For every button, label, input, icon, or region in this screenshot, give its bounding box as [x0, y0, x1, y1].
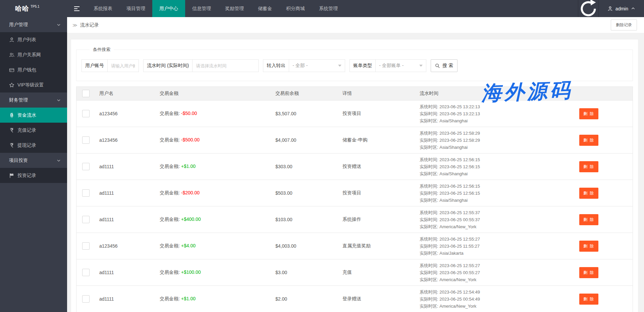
delete-records-button[interactable]: 删除记录	[611, 19, 637, 30]
cell-username: ad1111	[95, 164, 156, 169]
type-select[interactable]: - 全部账单 -	[376, 60, 426, 72]
topbar-menu-item[interactable]: 信息管理	[185, 0, 218, 17]
time-line: 实际时区: Asia/Shanghai	[420, 170, 570, 177]
select-all-checkbox[interactable]	[82, 90, 90, 97]
cell-amount: 交易金额: +$4.00	[156, 243, 271, 249]
breadcrumb-icon: ≫	[72, 22, 77, 28]
search-row: 用户账号 流水时间 (实际时间) 转入转出 - 全部 - 账单类型	[82, 59, 628, 72]
topbar-menu-item[interactable]: 奖励管理	[218, 0, 251, 17]
header-username: 用户名	[95, 90, 156, 97]
header-amount: 交易金额	[156, 90, 271, 97]
sidebar-group-label: 用户管理	[9, 22, 56, 28]
cell-detail: 登录赠送	[338, 296, 416, 302]
row-checkbox[interactable]	[82, 269, 90, 276]
row-checkbox[interactable]	[82, 216, 90, 223]
cell-balance: $3.00	[271, 270, 338, 275]
cell-balance: $4,003.00	[271, 243, 338, 249]
cell-username: a123456	[95, 111, 156, 116]
sidebar-item[interactable]: 用户钱包	[0, 62, 67, 77]
table-body: a123456 交易金额: -$50.00 $3,507.00 投资项目 系统时…	[76, 100, 633, 312]
header-balance: 交易前余额	[271, 90, 338, 97]
row-delete-button[interactable]: 删 除	[579, 294, 598, 305]
row-delete-button[interactable]: 删 除	[579, 214, 598, 225]
sidebar-group-title[interactable]: 项目投资	[0, 153, 67, 168]
direction-select-value: - 全部 -	[292, 63, 308, 69]
cell-amount: 交易金额: +$400.00	[156, 216, 271, 223]
bitcoin-icon: B	[9, 113, 14, 118]
row-delete-button[interactable]: 删 除	[579, 241, 598, 252]
cell-time: 系统时间: 2023-06-25 12:56:15实际时间: 2023-06-2…	[416, 183, 570, 204]
cell-time: 系统时间: 2023-06-25 12:55:27实际时间: 2023-06-2…	[416, 236, 570, 257]
cell-username: a123456	[95, 137, 156, 143]
topbar-menu-item[interactable]: 积分商城	[279, 0, 312, 17]
direction-field-group: 转入转出 - 全部 -	[263, 59, 345, 72]
breadcrumb-bar: ≫ 流水记录 删除记录	[67, 17, 644, 33]
topbar-menu-item[interactable]: 项目管理	[119, 0, 152, 17]
sidebar-item[interactable]: VIP等级设置	[0, 77, 67, 92]
menu-collapse-icon[interactable]	[67, 0, 87, 17]
cell-balance: $3,507.00	[271, 111, 338, 116]
sidebar-group-label: 项目投资	[9, 158, 56, 164]
row-checkbox[interactable]	[82, 295, 90, 303]
time-input[interactable]	[193, 60, 258, 72]
time-line: 实际时区: Asia/Shanghai	[420, 144, 570, 151]
row-delete-button[interactable]: 删 除	[579, 267, 598, 278]
sidebar-submenu: 用户列表用户关系网用户钱包VIP等级设置	[0, 32, 67, 92]
time-line: 系统时间: 2023-06-25 12:55:27	[420, 236, 570, 243]
cell-username: ad1111	[95, 190, 156, 196]
topbar-menu-item[interactable]: 用户中心	[152, 0, 185, 17]
page-title: 流水记录	[80, 22, 99, 28]
cell-detail: 储蓄金-申购	[338, 137, 416, 143]
row-checkbox[interactable]	[82, 189, 90, 197]
account-field-group: 用户账号	[82, 59, 139, 72]
user-menu[interactable]: admin	[599, 0, 644, 17]
wallet-icon	[9, 67, 14, 73]
topbar-menu-item[interactable]: 储蓄金	[251, 0, 279, 17]
sidebar-item[interactable]: 投资记录	[0, 168, 67, 183]
sidebar-group-title[interactable]: 财务管理	[0, 92, 67, 108]
topbar-menu-item[interactable]: 系统管理	[312, 0, 345, 17]
time-line: 实际时区: Asia/Shanghai	[420, 197, 570, 204]
row-delete-button[interactable]: 删 除	[579, 135, 598, 146]
account-input[interactable]	[108, 60, 139, 72]
time-label: 流水时间 (实际时间)	[144, 60, 193, 72]
cell-time: 系统时间: 2023-06-25 12:55:27实际时间: 2023-06-2…	[416, 262, 570, 283]
search-button[interactable]: 搜 索	[431, 59, 458, 72]
cell-balance: $4,007.00	[271, 137, 338, 143]
sidebar-group-title[interactable]: 用户管理	[0, 17, 67, 32]
row-delete-button[interactable]: 删 除	[579, 188, 598, 199]
time-line: 实际时间: 2023-06-25 13:22:13	[420, 110, 570, 117]
time-line: 实际时区: Asia/Jakarta	[420, 250, 570, 257]
time-line: 系统时间: 2023-06-25 12:55:37	[420, 209, 570, 216]
user-icon	[9, 37, 14, 43]
sidebar-item[interactable]: 充值记录	[0, 123, 67, 138]
chevron-down-icon	[56, 22, 61, 27]
sidebar-item[interactable]: 用户关系网	[0, 47, 67, 62]
header-time: 流水时间	[416, 90, 570, 97]
username: admin	[615, 6, 628, 11]
app-logo-version: TP5.1	[31, 5, 40, 8]
row-checkbox[interactable]	[82, 110, 90, 117]
cell-balance: $503.00	[271, 190, 338, 196]
sidebar-item[interactable]: 提现记录	[0, 138, 67, 153]
sidebar-item[interactable]: 用户列表	[0, 32, 67, 47]
topbar-menu-item[interactable]: 系统报表	[87, 0, 119, 17]
row-delete-button[interactable]: 删 除	[579, 108, 598, 119]
row-checkbox[interactable]	[82, 242, 90, 250]
refresh-icon[interactable]	[578, 0, 599, 17]
sidebar-item-label: 用户列表	[17, 37, 36, 43]
row-checkbox[interactable]	[82, 163, 90, 170]
sidebar: 用户管理用户列表用户关系网用户钱包VIP等级设置财务管理B资金流水充值记录提现记…	[0, 17, 67, 312]
table-row: ad1111 交易金额: +$1.00 $303.00 投资赠送 系统时间: 2…	[76, 153, 633, 180]
row-delete-button[interactable]: 删 除	[579, 161, 598, 172]
cell-amount: 交易金额: +$100.00	[156, 269, 271, 275]
time-line: 实际时区: America/New_York	[420, 303, 570, 310]
cell-time: 系统时间: 2023-06-25 12:56:15实际时间: 2023-06-2…	[416, 156, 570, 177]
sidebar-item[interactable]: B资金流水	[0, 108, 67, 123]
search-icon	[435, 63, 440, 68]
table-row: ad1111 交易金额: +$1.00 $2.00 登录赠送 系统时间: 202…	[76, 286, 633, 312]
row-checkbox[interactable]	[82, 136, 90, 144]
time-line: 系统时间: 2023-06-25 12:58:29	[420, 130, 570, 137]
direction-select[interactable]: - 全部 -	[289, 60, 345, 72]
topbar: 哈哈 TP5.1 系统报表项目管理用户中心信息管理奖励管理储蓄金积分商城系统管理…	[0, 0, 644, 17]
